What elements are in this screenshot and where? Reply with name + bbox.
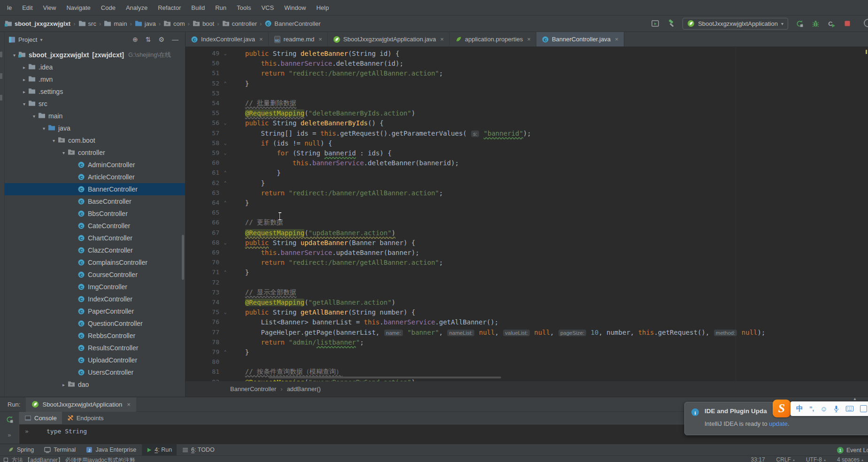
close-icon[interactable]: × bbox=[440, 36, 444, 43]
tree-collapsed-icon[interactable]: ▸ bbox=[20, 89, 28, 94]
sogou-ime-logo[interactable]: S bbox=[773, 400, 790, 417]
code-line-68[interactable]: 68⌄ public String updateBanner(Banner ba… bbox=[186, 238, 868, 247]
code-line-69[interactable]: 69 this.bannerService.updateBanner(banne… bbox=[186, 247, 868, 257]
code-line-53[interactable]: 53 bbox=[186, 88, 868, 98]
tree-expanded-icon[interactable]: ▾ bbox=[60, 150, 68, 155]
breadcrumb-item-sboot_jxxgzxwjglxt[interactable]: sboot_jxxgzxwjglxt bbox=[4, 20, 71, 27]
stop-button[interactable] bbox=[843, 19, 852, 28]
code-line-67[interactable]: 67 @RequestMapping("updateBanner.action"… bbox=[186, 228, 868, 238]
tree-collapsed-icon[interactable]: ▸ bbox=[20, 65, 28, 70]
code-line-77[interactable]: 77 PageHelper.getPage(bannerList, name: … bbox=[186, 327, 868, 337]
breadcrumb-item-java[interactable]: java bbox=[134, 20, 157, 27]
notification-collapse-icon[interactable]: ▲ bbox=[853, 397, 857, 401]
tree-item-.idea[interactable]: ▸.idea bbox=[5, 61, 185, 73]
code-line-51[interactable]: 51 return "redirect:/banner/getAllBanner… bbox=[186, 68, 868, 78]
run-tab-Endpoints[interactable]: Endpoints bbox=[62, 412, 109, 424]
toolwindow-button-JavaEnterprise[interactable]: JJava Enterprise bbox=[81, 444, 141, 455]
tree-item-ArticleController[interactable]: CArticleController bbox=[5, 171, 185, 183]
tree-expanded-icon[interactable]: ▾ bbox=[20, 101, 28, 107]
toolwindow-button-Spring[interactable]: Spring bbox=[3, 444, 39, 455]
fold-close-icon[interactable]: ⌃ bbox=[221, 270, 229, 275]
fold-open-icon[interactable]: ⌄ bbox=[221, 150, 229, 155]
settings-gear-icon[interactable]: ⚙ bbox=[158, 36, 164, 43]
build-hammer-icon[interactable] bbox=[666, 19, 676, 28]
tree-item-CateController[interactable]: CCateController bbox=[5, 220, 185, 232]
menu-item-Window[interactable]: Window bbox=[279, 0, 311, 15]
breadcrumb-method[interactable]: addBanner() bbox=[287, 385, 321, 393]
status-CRLF[interactable]: CRLF▴ bbox=[776, 456, 795, 462]
console-fold-marker[interactable]: » bbox=[25, 428, 29, 435]
close-icon[interactable]: × bbox=[318, 36, 322, 43]
fold-open-icon[interactable]: ⌄ bbox=[221, 51, 229, 56]
fold-open-icon[interactable]: ⌄ bbox=[221, 140, 229, 146]
menu-item-Refactor[interactable]: Refactor bbox=[153, 0, 186, 15]
code-line-60[interactable]: 60 this.bannerService.deleteBanner(banne… bbox=[186, 158, 868, 168]
tree-item-BannerController[interactable]: CBannerController bbox=[5, 183, 185, 195]
run-tab-Console[interactable]: Console bbox=[19, 412, 62, 424]
fold-close-icon[interactable]: ⌃ bbox=[221, 170, 229, 175]
tree-item-com.boot[interactable]: ▾com.boot bbox=[5, 134, 185, 146]
breadcrumb-class[interactable]: BannerController bbox=[230, 385, 276, 393]
tree-item-ClazzController[interactable]: CClazzController bbox=[5, 244, 185, 256]
code-line-54[interactable]: 54 // 批量删除数据 bbox=[186, 98, 868, 108]
tree-expanded-icon[interactable]: ▾ bbox=[10, 53, 18, 58]
code-line-63[interactable]: 63 return "redirect:/banner/getAllBanner… bbox=[186, 188, 868, 198]
menu-item-VCS[interactable]: VCS bbox=[256, 0, 279, 15]
run-toolwindow-icon[interactable] bbox=[651, 19, 660, 28]
code-line-78[interactable]: 78 return "admin/listbanner"; bbox=[186, 337, 868, 347]
code-line-59[interactable]: 59⌄ for (String bannerid : ids) { bbox=[186, 148, 868, 158]
close-icon[interactable]: × bbox=[615, 36, 619, 43]
toolwindow-button-TODO[interactable]: 6: TODO bbox=[178, 444, 219, 455]
fold-close-icon[interactable]: ⌃ bbox=[221, 81, 229, 86]
tree-collapsed-icon[interactable]: ▸ bbox=[60, 382, 68, 387]
scrollbar-thumb[interactable] bbox=[182, 235, 184, 280]
run-configuration-tab[interactable]: SbootJxxgzxwjglxtApplication × bbox=[26, 397, 136, 412]
code-line-73[interactable]: 73 // 显示全部数据 bbox=[186, 287, 868, 297]
code-line-72[interactable]: 72 bbox=[186, 277, 868, 287]
tree-item-BaseController[interactable]: CBaseController bbox=[5, 195, 185, 208]
editor-tab-BannerController.java[interactable]: CBannerController.java× bbox=[536, 32, 624, 46]
code-line-64[interactable]: 64⌃ } bbox=[186, 198, 868, 208]
code-line-50[interactable]: 50 this.bannerService.deleteBanner(id); bbox=[186, 58, 868, 68]
tree-item-CourseController[interactable]: CCourseController bbox=[5, 269, 185, 281]
warning-stripe-mark[interactable] bbox=[866, 50, 867, 54]
breadcrumb-item-com[interactable]: com bbox=[163, 20, 186, 27]
editor-tab-SbootJxxgzxwjglxtApplication.java[interactable]: SbootJxxgzxwjglxtApplication.java× bbox=[328, 32, 450, 46]
locate-file-icon[interactable]: ⊕ bbox=[132, 36, 138, 43]
menu-item-Code[interactable]: Code bbox=[96, 0, 121, 15]
tree-item-BbsController[interactable]: CBbsController bbox=[5, 208, 185, 220]
code-line-80[interactable]: 80 bbox=[186, 357, 868, 367]
editor-tab-readme.md[interactable]: MDreadme.md× bbox=[269, 32, 328, 46]
menu-item-Help[interactable]: Help bbox=[311, 0, 334, 15]
tree-item-.mvn[interactable]: ▸.mvn bbox=[5, 73, 185, 85]
fold-close-icon[interactable]: ⌃ bbox=[221, 349, 229, 354]
close-icon[interactable]: × bbox=[259, 36, 263, 43]
fold-close-icon[interactable]: ⌃ bbox=[221, 200, 229, 205]
tree-item-UploadController[interactable]: CUploadController bbox=[5, 354, 185, 366]
menu-item-View[interactable]: View bbox=[38, 0, 62, 15]
menu-item-Navigate[interactable]: Navigate bbox=[61, 0, 95, 15]
code-line-61[interactable]: 61⌃ } bbox=[186, 168, 868, 177]
menu-item-Build[interactable]: Build bbox=[186, 0, 210, 15]
console-fold-marker[interactable]: » bbox=[8, 431, 11, 439]
code-line-62[interactable]: 62⌃ } bbox=[186, 178, 868, 188]
ime-microphone-icon[interactable] bbox=[833, 405, 839, 413]
tree-item-.settings[interactable]: ▸.settings bbox=[5, 85, 185, 98]
tree-item-ChartController[interactable]: CChartController bbox=[5, 232, 185, 244]
code-line-75[interactable]: 75⌄ public String getAllBanner(String nu… bbox=[186, 307, 868, 317]
menu-item-Tools[interactable]: Tools bbox=[232, 0, 256, 15]
horizontal-scrollbar[interactable] bbox=[269, 377, 501, 378]
tree-item-ImgController[interactable]: CImgController bbox=[5, 281, 185, 293]
code-line-55[interactable]: 55 @RequestMapping("deleteBannerByIds.ac… bbox=[186, 108, 868, 118]
close-icon[interactable]: × bbox=[127, 401, 131, 408]
menu-item-Analyze[interactable]: Analyze bbox=[121, 0, 153, 15]
toolwindow-button-Terminal[interactable]: Terminal bbox=[39, 444, 80, 455]
code-line-66[interactable]: 66 // 更新数据 bbox=[186, 217, 868, 227]
code-line-81[interactable]: 81 // 按条件查询数据（模糊查询） bbox=[186, 367, 868, 377]
status-4spaces[interactable]: 4 spaces▴ bbox=[837, 456, 863, 462]
tree-item-controller[interactable]: ▾controller bbox=[5, 146, 185, 159]
close-icon[interactable]: × bbox=[527, 36, 531, 43]
update-link[interactable]: update bbox=[769, 420, 788, 427]
code-line-76[interactable]: 76 List<Banner> bannerList = this.banner… bbox=[186, 317, 868, 327]
tree-item-RebbsController[interactable]: CRebbsController bbox=[5, 330, 185, 342]
